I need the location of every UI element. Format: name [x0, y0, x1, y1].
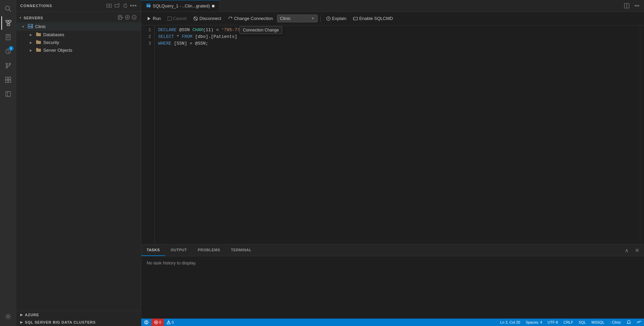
language-mode-item[interactable]: SQL	[576, 319, 589, 326]
security-expand-arrow: ▶	[30, 41, 34, 44]
sidebar-header-icons: •••	[106, 2, 137, 9]
code-line-1: DECLARE @SSN CHAR(11) = '795-73-9838'	[158, 27, 640, 33]
svg-marker-49	[148, 17, 150, 20]
tab-tasks[interactable]: TASKS	[141, 245, 165, 256]
add-server-icon[interactable]	[106, 2, 113, 9]
connections-icon[interactable]	[1, 16, 15, 30]
servers-collapse-arrow: ▼	[19, 16, 22, 20]
svg-point-43	[31, 25, 32, 26]
sql-mode-item[interactable]: MSSQL	[589, 319, 607, 326]
search-icon[interactable]	[1, 2, 15, 16]
encoding-item[interactable]: UTF-8	[545, 319, 561, 326]
disconnect-button[interactable]: Disconnect	[191, 15, 224, 22]
tab-label: SQLQuery_1 - ..Clin...grated)	[153, 3, 210, 8]
tab-output[interactable]: OUTPUT	[165, 245, 192, 256]
cursor-position-item[interactable]: Ln 3, Col 20	[497, 319, 523, 326]
more-options-icon[interactable]: •••	[130, 2, 137, 9]
explain-label: Explain	[332, 16, 347, 21]
svg-rect-3	[9, 20, 11, 22]
toolbar: Run Cancel Disconnect Change Connection …	[141, 12, 644, 25]
source-control-icon[interactable]	[1, 59, 15, 72]
svg-text:>_: >_	[354, 18, 356, 20]
remove-connection-icon[interactable]	[131, 15, 137, 21]
panel-empty-message: No task history to display.	[147, 260, 196, 265]
security-folder-icon	[36, 40, 41, 45]
databases-expand-arrow: ▶	[30, 33, 34, 37]
databases-label: Databases	[43, 32, 64, 37]
tab-terminal[interactable]: TERMINAL	[226, 245, 257, 256]
tab-bar-actions: •••	[620, 0, 644, 11]
code-area[interactable]: DECLARE @SSN CHAR(11) = '795-73-9838' SE…	[155, 25, 640, 244]
sidebar: CONNECTIONS ••• ▼ SERVERS	[16, 0, 141, 326]
indentation: Spaces: 4	[526, 320, 542, 324]
svg-rect-21	[8, 80, 11, 83]
svg-rect-18	[5, 77, 8, 79]
remote-status-item[interactable]	[141, 319, 151, 326]
cancel-button[interactable]: Cancel	[165, 15, 189, 22]
indentation-item[interactable]: Spaces: 4	[523, 319, 545, 326]
split-editor-icon[interactable]	[622, 1, 631, 10]
book-icon[interactable]	[1, 87, 15, 101]
panel-close-icon[interactable]: ✕	[633, 246, 641, 255]
line-ending-item[interactable]: CRLF	[561, 319, 576, 326]
servers-section-label[interactable]: ▼ SERVERS	[16, 13, 141, 22]
tab-problems[interactable]: PROBLEMS	[192, 245, 225, 256]
connection-status-item[interactable]: : Clinic	[607, 319, 624, 326]
server-objects-expand-arrow: ▶	[30, 49, 34, 52]
bigdata-section[interactable]: ▶ SQL SERVER BIG DATA CLUSTERS	[16, 319, 141, 326]
activity-status-icon[interactable]	[634, 319, 644, 326]
svg-rect-20	[5, 80, 8, 83]
refresh-icon[interactable]	[122, 2, 129, 9]
line-numbers: 1 2 3	[141, 25, 155, 244]
sql-mode: MSSQL	[591, 320, 604, 324]
warning-count: 0	[172, 320, 174, 324]
svg-rect-2	[6, 20, 8, 22]
add-connection-icon[interactable]	[125, 15, 130, 21]
svg-point-16	[9, 63, 10, 65]
warning-count-item[interactable]: 0	[164, 319, 176, 326]
run-button[interactable]: Run	[144, 15, 164, 22]
query-history-icon[interactable]: 1	[1, 45, 15, 58]
azure-section[interactable]: ▶ AZURE	[16, 311, 141, 319]
svg-rect-19	[8, 77, 11, 79]
enable-sqlcmd-button[interactable]: >_ Enable SQLCMD	[350, 15, 396, 22]
panel-collapse-icon[interactable]: ∧	[622, 246, 631, 255]
terminal-label: TERMINAL	[231, 248, 252, 252]
tasks-label: TASKS	[147, 248, 160, 252]
change-connection-button[interactable]: Change Connection	[225, 15, 276, 22]
gear-icon[interactable]	[1, 310, 15, 323]
svg-point-64	[168, 323, 169, 323]
connection-dropdown[interactable]: Clinic ▼	[277, 15, 318, 22]
editor-area: 1 2 3 DECLARE @SSN CHAR(11) = '795-73-98…	[141, 25, 644, 244]
svg-point-54	[328, 17, 329, 18]
svg-rect-9	[6, 34, 10, 40]
new-query-icon[interactable]	[118, 15, 123, 21]
disconnect-label: Disconnect	[199, 16, 221, 21]
extensions-icon[interactable]	[1, 73, 15, 87]
explain-button[interactable]: Explain	[323, 15, 349, 22]
server-objects-item[interactable]: ▶ Server Objects	[16, 46, 141, 54]
clinic-label: Clinic	[35, 24, 46, 29]
panel: TASKS OUTPUT PROBLEMS TERMINAL ∧ ✕ No ta…	[141, 244, 644, 319]
panel-header: TASKS OUTPUT PROBLEMS TERMINAL ∧ ✕	[141, 245, 644, 256]
editor-scrollbar[interactable]	[640, 25, 644, 244]
server-objects-folder-icon	[36, 47, 41, 53]
query-history-badge: 1	[9, 46, 14, 51]
dropdown-arrow: ▼	[311, 17, 315, 20]
disconnect-icon[interactable]	[114, 2, 121, 9]
notifications-icon[interactable]	[624, 319, 634, 326]
output-label: OUTPUT	[171, 248, 187, 252]
notebooks-icon[interactable]	[1, 30, 15, 44]
error-count-item[interactable]: 0	[151, 319, 164, 326]
server-icon	[28, 23, 33, 30]
security-label: Security	[43, 40, 59, 45]
activity-bar: 1	[0, 0, 16, 326]
more-tabs-icon[interactable]: •••	[633, 1, 641, 10]
code-line-2: SELECT * FROM [dbo].[Patients]	[158, 33, 640, 40]
server-item-clinic[interactable]: ▼ Clinic	[16, 22, 141, 31]
panel-content: No task history to display.	[141, 256, 644, 319]
databases-item[interactable]: ▶ Databases	[16, 31, 141, 39]
svg-rect-28	[115, 4, 119, 7]
security-item[interactable]: ▶ Security	[16, 39, 141, 46]
tab-sqlquery1[interactable]: SQL SQLQuery_1 - ..Clin...grated)	[141, 0, 220, 11]
